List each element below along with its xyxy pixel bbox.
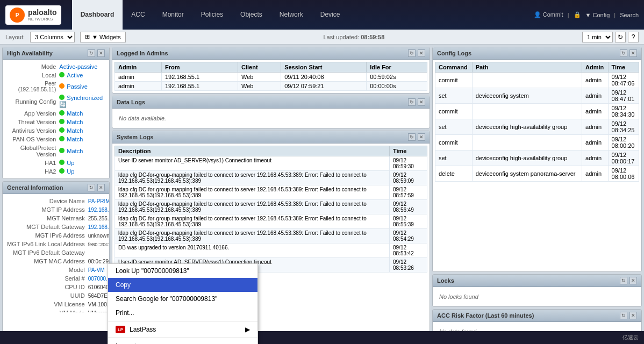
top-right: 👤 Commit | 🔒 ▼ Config | Search: [534, 11, 639, 18]
ha-label-ha1: HA1: [6, 159, 57, 167]
tab-objects[interactable]: Objects: [232, 0, 271, 30]
config-logs-close-btn[interactable]: ✕: [629, 49, 637, 57]
locks-refresh-btn[interactable]: ↻: [620, 277, 627, 284]
ha-value-ha1[interactable]: Up: [67, 160, 74, 166]
tab-network[interactable]: Network: [271, 0, 312, 30]
refresh-button[interactable]: ↻: [615, 32, 626, 42]
general-info-panel: General Information ↻ ✕ Device Name PA-P…: [2, 181, 110, 342]
admins-cell-session-0: 09/11 20:40:08: [281, 73, 367, 82]
gi-close-btn[interactable]: ✕: [97, 184, 105, 191]
gi-row-ipv6-link: MGT IPv6 Link Local Address fe80::20c:29…: [6, 240, 109, 248]
tab-dashboard[interactable]: Dashboard: [72, 0, 123, 30]
gi-label-model: Model: [6, 266, 86, 274]
config-row-6: delete deviceconfig system panorama-serv…: [435, 166, 639, 182]
syslog-time-0: 09/12 08:59:30: [390, 156, 427, 171]
ha-value-mode[interactable]: Active-passive: [59, 63, 97, 70]
locks-close-btn[interactable]: ✕: [629, 277, 637, 284]
gi-row-netmask: MGT Netmask 255.255.255.0: [6, 214, 109, 222]
gi-value-gateway[interactable]: 192.168.55.2: [88, 224, 109, 230]
ha-close-btn[interactable]: ✕: [97, 49, 105, 57]
gi-label-ipv6-link: MGT IPv6 Link Local Address: [6, 240, 86, 248]
syslog-time-6: 09/12 08:53:42: [390, 243, 427, 258]
ha-value-threat[interactable]: Match: [67, 119, 83, 125]
ha-value-peer[interactable]: Passive: [67, 83, 88, 90]
ha-row-panos: PAN-OS Version Match: [6, 135, 106, 143]
logo-sub: NETWORKS: [28, 17, 57, 22]
system-logs-body: Description Time User-ID server monitor …: [112, 144, 430, 273]
data-logs-refresh-btn[interactable]: ↻: [408, 98, 416, 106]
ha-value-antivirus[interactable]: Match: [67, 127, 83, 134]
ha-label-local: Local: [6, 71, 57, 79]
acc-close-btn[interactable]: ✕: [629, 312, 637, 319]
config-admin-3: admin: [582, 119, 609, 135]
widgets-button[interactable]: ⊞ ▼ Widgets: [80, 32, 126, 42]
ctx-inspect[interactable]: Inspect: [108, 339, 257, 344]
commit-link[interactable]: 👤 Commit: [534, 11, 563, 18]
admins-cell-from-1: 192.168.55.1: [161, 82, 238, 91]
config-admin-2: admin: [582, 104, 609, 119]
system-logs-close-btn[interactable]: ✕: [418, 133, 425, 141]
gi-label-ipv6-gw: MGT IPv6 Default Gateway: [6, 249, 86, 256]
config-time-1: 09/12 08:47:01: [608, 88, 639, 104]
ha-row-ha1: HA1 Up: [6, 159, 106, 167]
config-path-6: deviceconfig system panorama-server: [472, 166, 582, 182]
tab-acc[interactable]: ACC: [123, 0, 153, 30]
data-logs-close-btn[interactable]: ✕: [418, 98, 425, 106]
ha-row-ha2: HA2 Up: [6, 168, 106, 175]
ctx-separator-2: [108, 338, 257, 338]
search-link[interactable]: Search: [620, 12, 639, 18]
col-left: High Availability ↻ ✕ Mode Active-passiv…: [2, 47, 110, 342]
layout-label: Layout:: [5, 34, 25, 40]
gi-label-vmlicense: VM License: [6, 300, 86, 308]
gi-value-device-name[interactable]: PA-PRIMARY: [88, 198, 109, 204]
syslog-time-4: 09/12 08:55:39: [390, 214, 427, 229]
admins-row-0: admin 192.168.55.1 Web 09/11 20:40:08 00…: [115, 73, 427, 82]
nav-tabs: Dashboard ACC Monitor Policies Objects N…: [72, 0, 534, 30]
ha-value-local[interactable]: Active: [67, 72, 83, 78]
ha-value-app[interactable]: Match: [67, 110, 83, 117]
tab-device[interactable]: Device: [312, 0, 349, 30]
context-menu: Look Up "007000009813" Copy Search Googl…: [108, 263, 258, 344]
gi-refresh-btn[interactable]: ↻: [88, 184, 95, 191]
admins-cell-admin-0: admin: [115, 73, 162, 82]
ctx-lookup[interactable]: Look Up "007000009813": [108, 264, 257, 278]
logged-in-admins-panel: Logged In Admins ↻ ✕ Admin From Client S…: [112, 47, 430, 94]
updated-time: 08:59:58: [361, 34, 384, 40]
system-logs-title: System Logs: [117, 134, 153, 140]
ha-label-antivirus: Antivirus Version: [6, 127, 57, 134]
ctx-copy[interactable]: Copy: [108, 278, 257, 292]
gi-value-serial[interactable]: 007000...: [88, 276, 109, 282]
config-logs-refresh-btn[interactable]: ↻: [620, 49, 627, 57]
admins-refresh-btn[interactable]: ↻: [408, 49, 416, 57]
config-row-5: set deviceconfig high-availability group…: [435, 150, 639, 166]
ha-refresh-btn[interactable]: ↻: [88, 49, 95, 57]
gi-row-cpu: CPU ID 6106040...: [6, 283, 109, 291]
gi-value-model[interactable]: PA-VM: [88, 267, 105, 273]
admins-close-btn[interactable]: ✕: [418, 49, 425, 57]
ctx-search-google[interactable]: Search Google for "007000009813": [108, 292, 257, 306]
acc-refresh-btn[interactable]: ↻: [620, 312, 627, 319]
config-time-0: 09/12 08:47:06: [608, 73, 639, 88]
refresh-interval-select[interactable]: 1 min: [582, 32, 613, 42]
ctx-lastpass-arrow: ▶: [245, 326, 250, 333]
ha-row-peer: Peer (192.168.55.11) Passive: [6, 80, 106, 93]
admins-cell-client-1: Web: [238, 82, 281, 91]
tab-policies[interactable]: Policies: [192, 0, 232, 30]
config-cmd-0: commit: [435, 73, 473, 88]
ha-value-ha2[interactable]: Up: [67, 168, 74, 175]
ha-value-running-config[interactable]: Synchronized: [67, 95, 103, 101]
ctx-print[interactable]: Print...: [108, 306, 257, 320]
ha-dot-peer: [59, 83, 65, 89]
data-logs-no-data: No data available.: [115, 111, 427, 126]
config-link[interactable]: ▼ Config: [585, 12, 610, 18]
top-bar: P paloalto NETWORKS Dashboard ACC Monito…: [0, 0, 644, 30]
ha-value-panos[interactable]: Match: [67, 136, 83, 142]
gi-value-mgt-ip[interactable]: 192.168.55.10: [88, 207, 109, 213]
tab-monitor[interactable]: Monitor: [154, 0, 192, 30]
layout-select[interactable]: 3 Columns: [30, 32, 75, 42]
ctx-lastpass[interactable]: LP LastPass ▶: [108, 322, 257, 336]
ha-value-gp[interactable]: Match: [67, 148, 83, 154]
config-admin-6: admin: [582, 166, 609, 182]
help-button[interactable]: ?: [628, 32, 639, 42]
system-logs-refresh-btn[interactable]: ↻: [408, 133, 416, 141]
